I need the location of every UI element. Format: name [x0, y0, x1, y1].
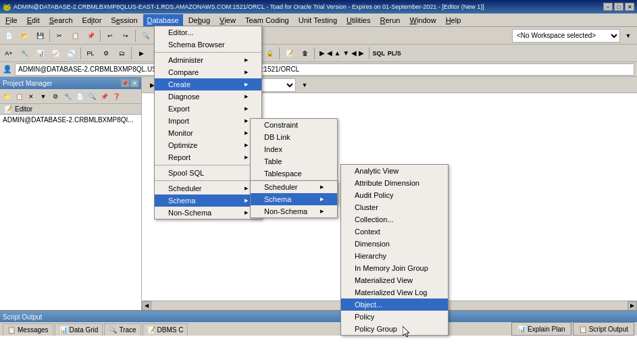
tb2-btn10[interactable]: ⏩ — [149, 46, 164, 61]
disconnect-btn[interactable]: ⚡ — [239, 28, 254, 43]
lt-btn1[interactable]: 📁 — [1, 90, 13, 103]
horiz-scroll[interactable]: ◀ ▶ — [142, 301, 637, 310]
editor-label-panel: 📝 Editor — [0, 104, 141, 115]
menu-rerun[interactable]: Rerun — [376, 14, 405, 26]
lt-btn9[interactable]: 📌 — [98, 90, 110, 103]
tb2-btn2[interactable]: 🔧 — [17, 46, 32, 61]
menu-teamcoding[interactable]: Team Coding — [241, 14, 293, 26]
tb2-btn6[interactable]: PL — [83, 46, 98, 61]
ct-run-btn[interactable]: ▶ — [145, 78, 159, 93]
lt-btn4[interactable]: ▼ — [37, 90, 49, 103]
left-toolbar: 📁 📋 ✕ ▼ ⚙ 🔧 📄 🔍 📌 ❓ — [0, 89, 141, 104]
redo-btn[interactable]: ↪ — [118, 28, 133, 43]
editor-content — [142, 93, 637, 301]
tb2-btn1[interactable]: A+ — [1, 46, 16, 61]
tab-dbmsc-icon: 📝 — [147, 326, 155, 334]
tab-trace-label: Trace — [119, 326, 136, 334]
menu-window[interactable]: Window — [405, 14, 440, 26]
tb2-btn15[interactable]: 💡 — [231, 46, 246, 61]
scroll-right-btn[interactable]: ▶ — [628, 301, 637, 311]
tab-messages[interactable]: 📋 Messages — [3, 323, 53, 336]
lt-btn2[interactable]: 📋 — [13, 90, 25, 103]
pm-pin-btn[interactable]: 📌 — [121, 79, 129, 87]
tb2-btn11[interactable]: ⏭ — [165, 46, 180, 61]
menu-edit[interactable]: Edit — [23, 14, 44, 26]
menu-unittesting[interactable]: Unit Testing — [295, 14, 341, 26]
app-icon: 🐸 — [3, 3, 11, 11]
lt-btn10[interactable]: ❓ — [110, 90, 122, 103]
tab-datagrid[interactable]: 📊 Data Grid — [55, 323, 103, 336]
tab-dbmsc-label: DBMS C — [157, 326, 184, 334]
tb2-btn20[interactable]: SQL — [372, 46, 386, 61]
script-output-btn[interactable]: 📋 Script Output — [573, 322, 634, 336]
undo-btn[interactable]: ↩ — [103, 28, 118, 43]
tab-trace[interactable]: 🔍 Trace — [104, 323, 141, 336]
ct-rollback-btn[interactable]: ↶ — [214, 78, 229, 93]
pm-close-btn[interactable]: ✕ — [130, 79, 138, 87]
workspace-select[interactable]: <No Workspace selected> — [512, 29, 620, 43]
paste-btn[interactable]: 📌 — [83, 28, 98, 43]
maximize-button[interactable]: □ — [614, 3, 623, 11]
find-btn[interactable]: 🔍 — [138, 28, 153, 43]
lt-btn5[interactable]: ⚙ — [49, 90, 61, 103]
tb2-btn7[interactable]: ⚙ — [99, 46, 113, 61]
menu-editor[interactable]: Editor — [78, 14, 106, 26]
user-icon: 👤 — [3, 65, 12, 74]
ct-stop-btn[interactable]: ■ — [161, 78, 176, 93]
scroll-left-btn[interactable]: ◀ — [142, 301, 151, 311]
new-file-btn[interactable]: 📄 — [1, 28, 16, 43]
menu-bar: File Edit Search Editor Session Database… — [0, 14, 637, 27]
tb2-btn3[interactable]: 📊 — [32, 46, 47, 61]
save-btn[interactable]: 💾 — [32, 28, 47, 43]
stop-btn[interactable]: ■ — [204, 28, 219, 43]
tab-dbmsc[interactable]: 📝 DBMS C — [143, 323, 188, 336]
ct-debug-btn[interactable]: 🐛 — [177, 78, 192, 93]
tb2-btn8[interactable]: 🗂 — [114, 46, 129, 61]
tb2-btn5[interactable]: 📉 — [63, 46, 78, 61]
tb2-btn21[interactable]: PL/S — [387, 46, 402, 61]
tb2-btn14[interactable]: 🔎 — [215, 46, 230, 61]
tab-datagrid-label: Data Grid — [70, 326, 99, 334]
toolbar-2: A+ 🔧 📊 📈 📉 PL ⚙ 🗂 ▶ ⏩ ⏭ ⏸ ⏹ 🔎 💡 🔒 🔓 📝 🗑 … — [0, 45, 637, 62]
tab-messages-icon: 📋 — [7, 326, 16, 334]
menu-view[interactable]: View — [215, 14, 240, 26]
address-input[interactable] — [15, 63, 634, 76]
close-button[interactable]: ✕ — [625, 3, 634, 11]
menu-search[interactable]: Search — [45, 14, 77, 26]
lt-btn6[interactable]: 🔧 — [61, 90, 74, 103]
ct-commit-btn[interactable]: ✔ — [198, 78, 213, 93]
run-btn[interactable]: ▶ — [188, 28, 203, 43]
tb2-btn12[interactable]: ⏸ — [180, 46, 195, 61]
menu-utilities[interactable]: Utilities — [342, 14, 374, 26]
menu-debug[interactable]: Debug — [184, 14, 214, 26]
lt-btn7[interactable]: 📄 — [74, 90, 86, 103]
sql-btn[interactable]: SQL — [173, 28, 188, 43]
menu-database[interactable]: Database — [143, 14, 183, 26]
workspace-dropdown-btn[interactable]: ▼ — [621, 28, 636, 43]
tb2-btn4[interactable]: 📈 — [48, 46, 63, 61]
menu-help[interactable]: Help — [442, 14, 465, 26]
lt-btn8[interactable]: 🔍 — [86, 90, 98, 103]
tb2-btn19[interactable]: 🗑 — [297, 46, 312, 61]
cut-btn[interactable]: ✂ — [52, 28, 67, 43]
tb2-btn13[interactable]: ⏹ — [196, 46, 211, 61]
copy-btn[interactable]: 📋 — [68, 28, 82, 43]
menu-session[interactable]: Session — [107, 14, 141, 26]
content-area: ▶ ■ 🐛 ✔ ↶ ▼ ◀ ▶ — [142, 77, 637, 310]
open-btn[interactable]: 📂 — [17, 28, 32, 43]
minimize-button[interactable]: − — [603, 3, 613, 11]
content-toolbar: ▶ ■ 🐛 ✔ ↶ ▼ — [142, 77, 637, 93]
explain-plan-btn[interactable]: 📊 Explain Plan — [511, 322, 571, 336]
menu-file[interactable]: File — [1, 14, 22, 26]
tb2-btn9[interactable]: ▶ — [134, 46, 149, 61]
lt-btn3[interactable]: ✕ — [25, 90, 37, 103]
tb2-btn18[interactable]: 📝 — [282, 46, 297, 61]
print-btn[interactable]: 🖨 — [153, 28, 168, 43]
tb2-btn17[interactable]: 🔓 — [262, 46, 277, 61]
ct-more-btn[interactable]: ▼ — [297, 78, 312, 93]
schema-select[interactable] — [235, 78, 296, 92]
tree-connection[interactable]: ADMIN@DATABASE-2.CRBMLBXMP8QI... — [0, 115, 141, 125]
main-area: Project Manager 📌 ✕ 📁 📋 ✕ ▼ ⚙ 🔧 📄 🔍 📌 ❓ — [0, 77, 637, 364]
tb2-btn16[interactable]: 🔒 — [247, 46, 261, 61]
connect-btn[interactable]: 🔌 — [224, 28, 238, 43]
